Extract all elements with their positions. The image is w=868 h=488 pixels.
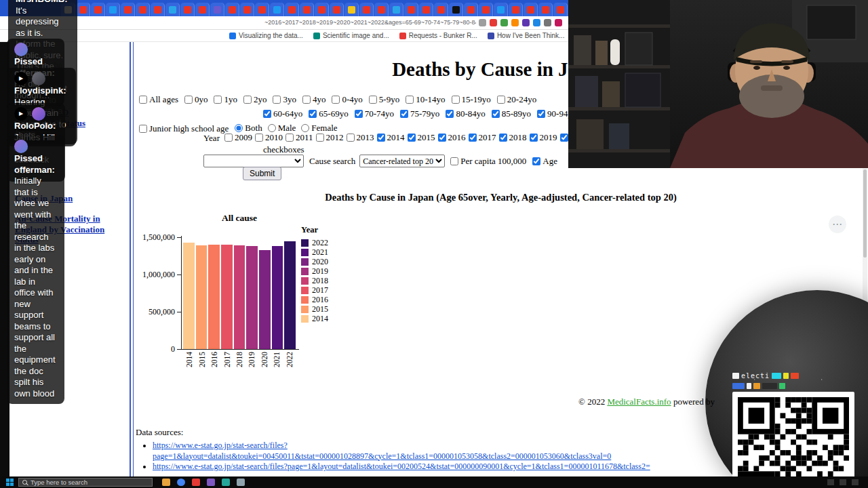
scrollbar-thumb[interactable] [863,169,867,258]
extension-icon[interactable] [511,19,519,26]
browser-tab[interactable] [434,3,448,16]
checkbox-input[interactable] [560,134,568,142]
more-options-icon[interactable]: ⋯ [829,216,846,233]
taskbar-search[interactable]: Type here to search [18,478,153,487]
extension-icon[interactable] [522,19,530,26]
year-2018[interactable]: 2018 [499,132,527,143]
age-adjust-checkbox[interactable]: Age [532,156,557,167]
checkbox-input[interactable] [224,134,233,142]
browser-tab[interactable] [315,3,329,16]
browser-tab[interactable] [524,3,538,16]
browser-tab[interactable] [270,3,284,16]
browser-tab[interactable] [538,3,553,16]
checkbox-input[interactable] [214,96,222,104]
checkbox-input[interactable] [537,110,545,118]
radio-input[interactable] [235,124,243,132]
browser-tab[interactable] [76,3,90,16]
bar-2015[interactable] [196,245,208,349]
browser-tab[interactable] [449,3,463,16]
taskbar-icon-app[interactable] [192,479,200,486]
checkbox-2yo[interactable]: 2yo [243,94,267,105]
radio-input[interactable] [301,124,309,132]
checkbox-input[interactable] [469,134,477,142]
bar-2014[interactable] [183,243,195,349]
extension-icon[interactable] [544,19,551,26]
browser-tab[interactable] [240,3,254,16]
checkbox-input[interactable] [452,96,460,104]
checkbox-85-89yo[interactable]: 85-89yo [492,108,531,119]
checkbox-1yo[interactable]: 1yo [214,94,237,105]
checkbox-input[interactable] [400,110,408,118]
year-2012[interactable]: 2012 [316,132,344,143]
year-2011[interactable]: 2011 [285,132,313,143]
checkbox-10-14yo[interactable]: 10-14yo [406,94,445,105]
bar-2021[interactable] [272,246,283,349]
bar-2018[interactable] [234,245,245,349]
browser-tab[interactable] [374,3,389,16]
checkbox-input[interactable] [377,134,385,142]
year-2019[interactable]: 2019 [530,132,557,143]
start-button[interactable] [3,478,16,487]
checkbox-0-4yo[interactable]: 0-4yo [332,94,362,105]
extension-icon[interactable] [490,19,497,26]
checkbox-input[interactable] [243,96,252,104]
browser-tab[interactable] [553,3,568,16]
checkbox-input[interactable] [530,134,538,142]
play-icon[interactable]: ▶ [14,72,28,85]
extension-icon[interactable] [479,19,486,26]
checkbox-15-19yo[interactable]: 15-19yo [452,94,491,105]
browser-tab[interactable] [91,3,105,16]
source-link[interactable]: https://www.e-stat.go.jp/stat-search/fil… [153,462,650,471]
browser-tab[interactable] [225,3,239,16]
bookmark-item[interactable]: Scientific image and... [313,32,389,39]
checkbox-input[interactable] [369,96,377,104]
per-capita-input[interactable] [450,157,458,165]
checkbox-input[interactable] [406,96,414,104]
taskbar-icon-app[interactable] [222,479,230,486]
browser-tab[interactable] [344,3,359,16]
year-2009[interactable]: 2009 [224,132,252,143]
bar-2017[interactable] [221,245,233,349]
bar-2016[interactable] [208,245,220,349]
per-capita-checkbox[interactable]: Per capita 100,000 [450,156,526,167]
checkbox-80-84yo[interactable]: 80-84yo [446,108,485,119]
checkbox-input[interactable] [332,96,340,104]
checkbox-input[interactable] [438,134,446,142]
browser-tab[interactable] [165,3,180,16]
checkbox-input[interactable] [309,110,317,118]
browser-tab[interactable] [464,3,478,16]
browser-tab[interactable] [509,3,523,16]
system-tray[interactable] [827,479,859,485]
taskbar-icon-app[interactable] [237,479,245,486]
source-link[interactable]: https://www.e-stat.go.jp/stat-search/fil… [153,441,611,461]
checkbox-65-69yo[interactable]: 65-69yo [309,108,348,119]
checkbox-input[interactable] [184,96,193,104]
checkbox-input[interactable] [273,96,281,104]
checkbox-3yo[interactable]: 3yo [273,94,296,105]
browser-tab[interactable] [285,3,299,16]
browser-tab[interactable] [210,3,224,16]
checkbox-input[interactable] [497,96,505,104]
browser-tab[interactable] [389,3,403,16]
bookmark-item[interactable]: Visualizing the data... [229,32,303,39]
junior-high-input[interactable] [139,125,147,133]
taskbar-icon-browser[interactable] [177,479,185,486]
checkbox-input[interactable] [355,110,363,118]
browser-tab[interactable] [121,3,135,16]
bar-2019[interactable] [246,246,258,349]
checkbox-input[interactable] [302,96,311,104]
extension-icon[interactable] [533,19,540,26]
browser-tab[interactable] [300,3,314,16]
bar-2022[interactable] [284,241,296,350]
taskbar-icon-folder[interactable] [162,479,170,486]
checkbox-0yo[interactable]: 0yo [184,94,208,105]
bookmark-item[interactable]: How I've Been Think... [488,32,565,39]
extension-icon[interactable] [500,19,508,26]
browser-tab[interactable] [479,3,493,16]
checkbox-60-64yo[interactable]: 60-64yo [263,108,302,119]
checkbox-input[interactable] [347,134,355,142]
submit-button[interactable]: Submit [243,167,281,180]
checkbox-input[interactable] [316,134,324,142]
category-select[interactable] [203,155,304,167]
checkbox-input[interactable] [492,110,500,118]
